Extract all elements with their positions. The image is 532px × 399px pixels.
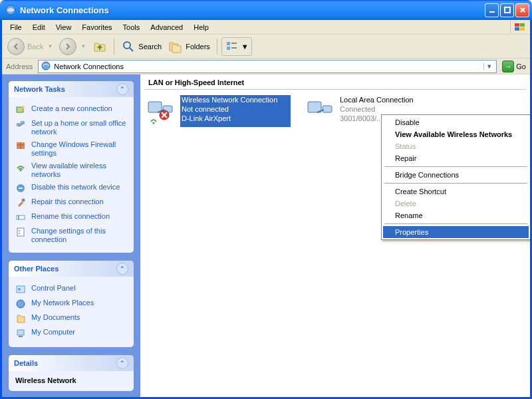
panel-network-tasks: Network Tasks ⌃ Create a new connection … [9, 81, 134, 253]
link-my-computer[interactable]: My Computer [15, 326, 127, 340]
link-network-places[interactable]: My Network Places [15, 297, 127, 311]
wireless-icon [15, 162, 26, 172]
menu-advanced[interactable]: Advanced [145, 22, 188, 33]
forward-button[interactable]: ▼ [57, 37, 88, 57]
svg-rect-4 [520, 23, 525, 27]
wizard-icon [15, 104, 26, 115]
addressbar: Address Network Connections ▼ → Go [2, 59, 530, 74]
panel-other-places: Other Places ⌃ Control Panel My Network … [9, 261, 134, 347]
toolbar: Back ▼ ▼ Search Folders ▼ [2, 35, 530, 59]
address-value: Network Connections [54, 63, 481, 70]
svg-point-40 [153, 122, 155, 124]
chevron-down-icon: ▼ [46, 43, 53, 49]
ctx-view-wireless[interactable]: View Available Wireless Networks [383, 128, 529, 140]
maximize-button[interactable] [500, 3, 514, 17]
task-firewall[interactable]: Change Windows Firewall settings [15, 138, 127, 160]
task-disable[interactable]: Disable this network device [15, 181, 127, 196]
forward-icon [59, 38, 76, 55]
window-title: Network Connections [19, 5, 485, 15]
app-icon [5, 5, 16, 15]
svg-point-15 [22, 106, 25, 108]
task-rename[interactable]: Rename this connection [15, 210, 127, 225]
search-button[interactable]: Search [118, 38, 164, 55]
ctx-disable[interactable]: Disable [383, 116, 529, 128]
menu-tools[interactable]: Tools [118, 22, 146, 33]
svg-rect-24 [19, 188, 23, 189]
svg-rect-28 [17, 228, 24, 236]
minimize-button[interactable] [485, 3, 499, 17]
address-input[interactable]: Network Connections ▼ [38, 60, 497, 73]
menu-edit[interactable]: Edit [27, 22, 51, 33]
chevron-down-icon: ▼ [79, 43, 86, 49]
ctx-separator [384, 166, 527, 167]
toolbar-separator [217, 39, 217, 55]
menu-file[interactable]: File [5, 22, 27, 33]
task-change-settings[interactable]: Change settings of this connection [15, 225, 127, 246]
panel-header[interactable]: Other Places ⌃ [9, 261, 134, 277]
svg-rect-5 [515, 27, 519, 31]
ctx-status: Status [383, 140, 529, 152]
folder-up-icon [92, 39, 107, 54]
go-button[interactable]: → Go [499, 61, 529, 72]
svg-point-30 [19, 233, 20, 234]
properties-icon [15, 227, 26, 237]
ctx-repair[interactable]: Repair [383, 152, 529, 164]
svg-point-22 [20, 170, 22, 172]
back-icon [7, 38, 25, 55]
svg-rect-1 [489, 11, 495, 13]
link-my-documents[interactable]: My Documents [15, 311, 127, 326]
context-menu: Disable View Available Wireless Networks… [381, 114, 530, 240]
ctx-bridge[interactable]: Bridge Connections [383, 169, 529, 181]
svg-rect-34 [17, 330, 24, 335]
rename-icon [15, 212, 26, 223]
wireless-connection-icon [144, 95, 176, 127]
ctx-separator [384, 183, 527, 184]
ctx-separator [384, 223, 527, 224]
collapse-icon: ⌃ [116, 357, 128, 369]
repair-icon [15, 198, 26, 208]
ctx-delete: Delete [383, 198, 529, 209]
svg-point-33 [17, 300, 25, 308]
ctx-shortcut[interactable]: Create Shortcut [383, 186, 529, 198]
svg-rect-42 [323, 106, 332, 112]
views-button[interactable]: ▼ [221, 37, 252, 56]
firewall-icon [15, 140, 26, 151]
collapse-icon: ⌃ [116, 263, 128, 275]
address-dropdown-icon[interactable]: ▼ [483, 63, 494, 70]
folders-icon [168, 39, 183, 54]
back-button[interactable]: Back ▼ [5, 37, 55, 57]
titlebar: Network Connections [0, 0, 532, 20]
connection-item-wireless[interactable]: Wireless Network Connection Not connecte… [144, 95, 291, 127]
svg-rect-3 [515, 23, 519, 27]
ctx-rename[interactable]: Rename [383, 209, 529, 221]
computer-icon [15, 328, 26, 338]
svg-line-8 [130, 48, 133, 51]
ctx-properties[interactable]: Properties [383, 226, 529, 238]
svg-rect-12 [231, 47, 237, 49]
task-setup-network[interactable]: Set up a home or small office network [15, 117, 127, 138]
task-create-connection[interactable]: Create a new connection [15, 102, 127, 117]
panel-header[interactable]: Details ⌃ [9, 355, 134, 371]
menu-favorites[interactable]: Favorites [76, 22, 117, 33]
svg-point-7 [124, 42, 130, 49]
details-text: Wireless Network [15, 376, 76, 384]
menu-view[interactable]: View [51, 22, 77, 33]
window-buttons [485, 3, 529, 17]
go-icon: → [502, 61, 514, 72]
svg-rect-17 [21, 121, 25, 124]
menu-help[interactable]: Help [188, 22, 214, 33]
main-area: Network Tasks ⌃ Create a new connection … [2, 74, 530, 397]
chevron-down-icon: ▼ [241, 43, 249, 51]
task-view-wireless[interactable]: View available wireless networks [15, 160, 127, 181]
close-button[interactable] [515, 3, 529, 17]
up-button[interactable] [90, 38, 110, 55]
svg-rect-36 [148, 102, 162, 112]
folders-button[interactable]: Folders [166, 38, 213, 55]
group-header: LAN or High-Speed Internet [144, 77, 526, 90]
content-area: LAN or High-Speed Internet Wireless Netw… [140, 74, 530, 397]
svg-point-29 [19, 230, 20, 231]
link-control-panel[interactable]: Control Panel [15, 282, 127, 297]
svg-point-13 [42, 62, 50, 70]
panel-header[interactable]: Network Tasks ⌃ [9, 81, 134, 97]
task-repair[interactable]: Repair this connection [15, 196, 127, 210]
